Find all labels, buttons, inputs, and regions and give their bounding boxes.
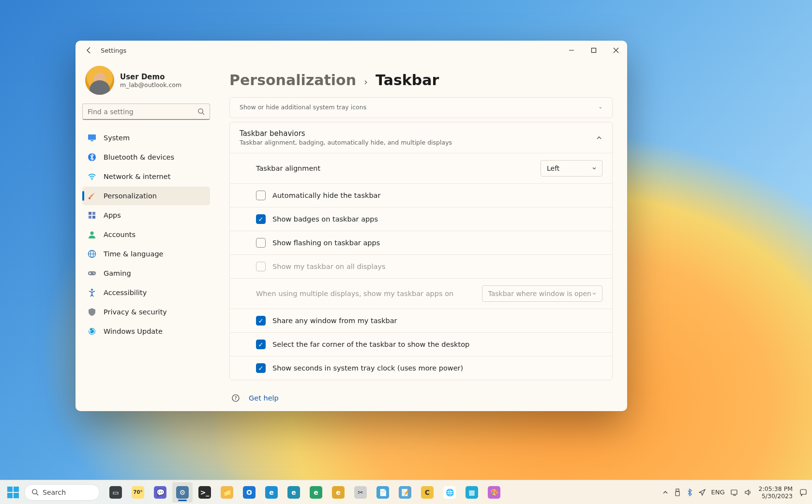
file-explorer-icon: 📁 bbox=[221, 486, 233, 499]
taskbar-app-powertoys[interactable]: ▦ bbox=[462, 482, 482, 503]
badges-checkbox[interactable] bbox=[256, 214, 266, 224]
settings-scroll[interactable]: Show or hide additional system tray icon… bbox=[229, 97, 615, 404]
get-help-link[interactable]: Get help bbox=[249, 394, 279, 402]
avatar bbox=[85, 66, 114, 95]
taskbar-clock[interactable]: 2:05:38 PM 5/30/2023 bbox=[759, 485, 793, 500]
far_corner-checkbox[interactable] bbox=[256, 340, 266, 349]
sidebar-item-apps[interactable]: Apps bbox=[82, 206, 210, 224]
taskbar-app-weather[interactable]: 70° bbox=[128, 482, 148, 503]
chevron-down-icon bbox=[591, 291, 597, 296]
svg-rect-26 bbox=[800, 489, 806, 494]
chrome-icon: 🌐 bbox=[443, 486, 456, 499]
flashing-checkbox[interactable] bbox=[256, 238, 266, 248]
chrome-canary-icon: C bbox=[421, 486, 434, 499]
location-icon[interactable] bbox=[699, 489, 706, 496]
brush-icon bbox=[87, 191, 97, 201]
multi-display-row: When using multiple displays, show my ta… bbox=[230, 278, 612, 309]
main-content: Personalization › Taskbar Show or hide a… bbox=[217, 60, 627, 411]
svg-point-1 bbox=[198, 109, 203, 113]
share_window-row: Share any window from my taskbar bbox=[230, 309, 612, 332]
search-label: Search bbox=[43, 489, 66, 496]
start-button[interactable] bbox=[5, 484, 21, 501]
taskbar-search[interactable]: Search bbox=[24, 484, 100, 501]
notifications-icon[interactable] bbox=[799, 489, 807, 496]
taskbar-app-chrome[interactable]: 🌐 bbox=[439, 482, 460, 503]
account-block[interactable]: User Demo m_lab@outlook.com bbox=[82, 60, 210, 104]
alignment-dropdown[interactable]: Left bbox=[541, 160, 602, 177]
taskbar-app-edge[interactable]: e bbox=[261, 482, 282, 503]
all_displays-row: Show my taskbar on all displays bbox=[230, 254, 612, 278]
search-input[interactable] bbox=[88, 108, 197, 116]
nav-list: SystemBluetooth & devicesNetwork & inter… bbox=[82, 129, 210, 341]
taskbar-app-file-explorer[interactable]: 📁 bbox=[217, 482, 237, 503]
taskbar-app-edge-canary[interactable]: e bbox=[328, 482, 348, 503]
back-button[interactable] bbox=[82, 44, 96, 57]
chevron-up-icon bbox=[596, 134, 602, 141]
sidebar-item-privacy[interactable]: Privacy & security bbox=[82, 303, 210, 321]
globe-icon bbox=[87, 249, 97, 259]
usb-icon[interactable] bbox=[674, 489, 681, 496]
minimize-button[interactable] bbox=[560, 41, 583, 60]
accessibility-icon bbox=[87, 288, 97, 297]
taskbar-app-settings[interactable]: ⚙ bbox=[172, 482, 193, 503]
monitor-icon bbox=[87, 133, 97, 143]
taskbar-app-notes[interactable]: 📄 bbox=[373, 482, 393, 503]
taskbar-app-notepad[interactable]: 📝 bbox=[395, 482, 415, 503]
auto_hide-checkbox[interactable] bbox=[256, 191, 266, 200]
help-icon: ? bbox=[231, 394, 241, 402]
get-help-row: ? Get help bbox=[229, 389, 613, 402]
maximize-button[interactable] bbox=[583, 41, 605, 60]
sidebar-item-accounts[interactable]: Accounts bbox=[82, 225, 210, 244]
taskbar-app-task-view[interactable]: ▭ bbox=[105, 482, 126, 503]
sidebar-item-label: Bluetooth & devices bbox=[104, 153, 174, 161]
taskbar-app-teams[interactable]: 💬 bbox=[150, 482, 170, 503]
breadcrumb-parent[interactable]: Personalization bbox=[229, 72, 356, 89]
clock-time: 2:05:38 PM bbox=[759, 485, 793, 492]
sidebar-item-system[interactable]: System bbox=[82, 129, 210, 147]
multi-display-label: When using multiple displays, show my ta… bbox=[256, 290, 453, 297]
taskbar-app-chrome-canary[interactable]: C bbox=[417, 482, 437, 503]
chevron-right-icon: › bbox=[364, 76, 368, 88]
card-header[interactable]: Taskbar behaviors Taskbar alignment, bad… bbox=[230, 122, 612, 153]
network-icon[interactable] bbox=[731, 489, 738, 496]
wifi-icon bbox=[87, 172, 97, 181]
sidebar-item-gaming[interactable]: Gaming bbox=[82, 264, 210, 282]
language-indicator[interactable]: ENG bbox=[711, 489, 725, 496]
person-icon bbox=[87, 230, 97, 239]
sidebar-item-time[interactable]: Time & language bbox=[82, 245, 210, 263]
sidebar-item-accessibility[interactable]: Accessibility bbox=[82, 283, 210, 302]
svg-point-15 bbox=[93, 272, 94, 273]
edge-dev-icon: e bbox=[310, 486, 322, 499]
taskbar-app-outlook[interactable]: O bbox=[239, 482, 259, 503]
taskbar-app-edge-dev[interactable]: e bbox=[306, 482, 326, 503]
dropdown-value: Taskbar where window is open bbox=[488, 290, 591, 297]
seconds-checkbox[interactable] bbox=[256, 363, 266, 373]
breadcrumb: Personalization › Taskbar bbox=[229, 60, 615, 97]
search-box[interactable] bbox=[82, 104, 210, 120]
seconds-label: Show seconds in system tray clock (uses … bbox=[272, 364, 463, 372]
seconds-row: Show seconds in system tray clock (uses … bbox=[230, 356, 612, 380]
taskbar-app-paint[interactable]: 🎨 bbox=[484, 482, 504, 503]
card-subtitle: Taskbar alignment, badging, automaticall… bbox=[240, 139, 452, 146]
close-button[interactable] bbox=[605, 41, 627, 60]
taskbar-behaviors-card: Taskbar behaviors Taskbar alignment, bad… bbox=[229, 122, 613, 380]
taskbar-app-snipping[interactable]: ✂ bbox=[350, 482, 371, 503]
far_corner-row: Select the far corner of the taskbar to … bbox=[230, 332, 612, 356]
bluetooth-icon[interactable] bbox=[687, 489, 693, 496]
sidebar-item-update[interactable]: Windows Update bbox=[82, 322, 210, 341]
sidebar-item-label: Apps bbox=[104, 211, 121, 219]
sidebar-item-personalization[interactable]: Personalization bbox=[82, 187, 210, 205]
sidebar-item-network[interactable]: Network & internet bbox=[82, 167, 210, 186]
share_window-checkbox[interactable] bbox=[256, 316, 266, 326]
taskbar-app-terminal[interactable]: >_ bbox=[195, 482, 215, 503]
sidebar-item-bluetooth[interactable]: Bluetooth & devices bbox=[82, 148, 210, 166]
system-tray-icons-card[interactable]: Show or hide additional system tray icon… bbox=[229, 97, 613, 118]
svg-rect-10 bbox=[92, 216, 95, 219]
sidebar-item-label: Accessibility bbox=[104, 289, 147, 296]
sidebar: User Demo m_lab@outlook.com SystemBlueto… bbox=[75, 60, 217, 411]
volume-icon[interactable] bbox=[744, 489, 752, 496]
taskbar-app-edge-beta[interactable]: e bbox=[284, 482, 304, 503]
tray-overflow[interactable] bbox=[662, 489, 668, 495]
sidebar-item-label: System bbox=[104, 134, 130, 142]
all_displays-label: Show my taskbar on all displays bbox=[272, 263, 386, 270]
